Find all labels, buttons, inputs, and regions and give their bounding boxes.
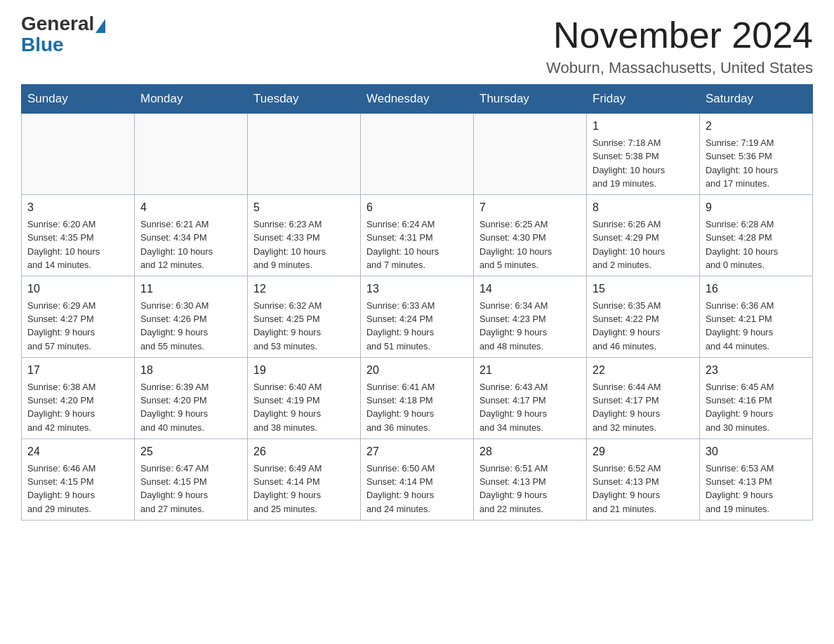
week-row-1: 1Sunrise: 7:18 AM Sunset: 5:38 PM Daylig… bbox=[22, 114, 813, 195]
calendar-title-area: November 2024 Woburn, Massachusetts, Uni… bbox=[546, 14, 813, 77]
day-number: 11 bbox=[140, 281, 241, 297]
logo-blue-text: Blue bbox=[21, 34, 64, 56]
calendar-cell: 21Sunrise: 6:43 AM Sunset: 4:17 PM Dayli… bbox=[474, 357, 587, 438]
day-info: Sunrise: 6:32 AM Sunset: 4:25 PM Dayligh… bbox=[253, 299, 355, 353]
day-info: Sunrise: 6:20 AM Sunset: 4:35 PM Dayligh… bbox=[27, 217, 128, 271]
logo-triangle-icon bbox=[95, 19, 105, 33]
calendar-cell: 14Sunrise: 6:34 AM Sunset: 4:23 PM Dayli… bbox=[474, 276, 587, 357]
day-number: 30 bbox=[706, 443, 807, 459]
calendar-cell: 2Sunrise: 7:19 AM Sunset: 5:36 PM Daylig… bbox=[700, 114, 813, 195]
weekday-header-friday: Friday bbox=[587, 85, 700, 114]
day-info: Sunrise: 6:26 AM Sunset: 4:29 PM Dayligh… bbox=[593, 217, 694, 271]
calendar-cell: 1Sunrise: 7:18 AM Sunset: 5:38 PM Daylig… bbox=[587, 114, 700, 195]
day-number: 4 bbox=[140, 199, 241, 215]
day-number: 28 bbox=[479, 443, 581, 459]
location-title: Woburn, Massachusetts, United States bbox=[546, 59, 813, 77]
day-info: Sunrise: 6:44 AM Sunset: 4:17 PM Dayligh… bbox=[593, 380, 694, 434]
logo-general-text: General bbox=[21, 14, 94, 34]
day-number: 26 bbox=[253, 443, 355, 459]
day-info: Sunrise: 6:24 AM Sunset: 4:31 PM Dayligh… bbox=[366, 217, 468, 271]
day-info: Sunrise: 6:45 AM Sunset: 4:16 PM Dayligh… bbox=[706, 380, 807, 434]
calendar-cell: 8Sunrise: 6:26 AM Sunset: 4:29 PM Daylig… bbox=[587, 194, 700, 276]
day-info: Sunrise: 6:40 AM Sunset: 4:19 PM Dayligh… bbox=[253, 380, 355, 434]
calendar-cell: 3Sunrise: 6:20 AM Sunset: 4:35 PM Daylig… bbox=[22, 194, 135, 276]
calendar-cell bbox=[248, 114, 361, 195]
calendar-cell: 13Sunrise: 6:33 AM Sunset: 4:24 PM Dayli… bbox=[361, 276, 474, 357]
day-info: Sunrise: 6:41 AM Sunset: 4:18 PM Dayligh… bbox=[366, 380, 468, 434]
day-info: Sunrise: 6:53 AM Sunset: 4:13 PM Dayligh… bbox=[706, 462, 807, 516]
calendar-cell bbox=[474, 114, 587, 195]
calendar-cell bbox=[135, 114, 248, 195]
day-number: 24 bbox=[27, 443, 128, 459]
calendar-cell: 28Sunrise: 6:51 AM Sunset: 4:13 PM Dayli… bbox=[474, 438, 587, 520]
day-number: 12 bbox=[253, 281, 355, 297]
day-info: Sunrise: 6:28 AM Sunset: 4:28 PM Dayligh… bbox=[706, 217, 807, 271]
calendar-cell: 11Sunrise: 6:30 AM Sunset: 4:26 PM Dayli… bbox=[135, 276, 248, 357]
calendar-cell: 26Sunrise: 6:49 AM Sunset: 4:14 PM Dayli… bbox=[248, 438, 361, 520]
day-info: Sunrise: 6:47 AM Sunset: 4:15 PM Dayligh… bbox=[140, 462, 241, 516]
day-number: 7 bbox=[479, 199, 581, 215]
week-row-4: 17Sunrise: 6:38 AM Sunset: 4:20 PM Dayli… bbox=[22, 357, 813, 438]
week-row-3: 10Sunrise: 6:29 AM Sunset: 4:27 PM Dayli… bbox=[22, 276, 813, 357]
day-number: 1 bbox=[593, 118, 694, 134]
day-info: Sunrise: 6:49 AM Sunset: 4:14 PM Dayligh… bbox=[253, 462, 355, 516]
day-number: 5 bbox=[253, 199, 355, 215]
day-info: Sunrise: 6:29 AM Sunset: 4:27 PM Dayligh… bbox=[27, 299, 128, 353]
weekday-header-tuesday: Tuesday bbox=[248, 85, 361, 114]
day-info: Sunrise: 6:36 AM Sunset: 4:21 PM Dayligh… bbox=[706, 299, 807, 353]
day-number: 13 bbox=[366, 281, 468, 297]
day-number: 17 bbox=[27, 362, 128, 378]
calendar-cell: 5Sunrise: 6:23 AM Sunset: 4:33 PM Daylig… bbox=[248, 194, 361, 276]
calendar-cell: 4Sunrise: 6:21 AM Sunset: 4:34 PM Daylig… bbox=[135, 194, 248, 276]
day-info: Sunrise: 6:51 AM Sunset: 4:13 PM Dayligh… bbox=[479, 462, 581, 516]
calendar-cell bbox=[22, 114, 135, 195]
calendar-cell: 6Sunrise: 6:24 AM Sunset: 4:31 PM Daylig… bbox=[361, 194, 474, 276]
day-info: Sunrise: 6:39 AM Sunset: 4:20 PM Dayligh… bbox=[140, 380, 241, 434]
calendar-cell: 24Sunrise: 6:46 AM Sunset: 4:15 PM Dayli… bbox=[22, 438, 135, 520]
day-info: Sunrise: 6:35 AM Sunset: 4:22 PM Dayligh… bbox=[593, 299, 694, 353]
day-info: Sunrise: 7:19 AM Sunset: 5:36 PM Dayligh… bbox=[706, 136, 807, 190]
day-info: Sunrise: 7:18 AM Sunset: 5:38 PM Dayligh… bbox=[593, 136, 694, 190]
day-number: 15 bbox=[593, 281, 694, 297]
calendar-cell: 30Sunrise: 6:53 AM Sunset: 4:13 PM Dayli… bbox=[700, 438, 813, 520]
day-number: 14 bbox=[479, 281, 581, 297]
weekday-header-thursday: Thursday bbox=[474, 85, 587, 114]
day-number: 29 bbox=[593, 443, 694, 459]
day-number: 3 bbox=[27, 199, 128, 215]
day-info: Sunrise: 6:33 AM Sunset: 4:24 PM Dayligh… bbox=[366, 299, 468, 353]
calendar-cell: 16Sunrise: 6:36 AM Sunset: 4:21 PM Dayli… bbox=[700, 276, 813, 357]
day-number: 27 bbox=[366, 443, 468, 459]
day-number: 9 bbox=[706, 199, 807, 215]
day-info: Sunrise: 6:30 AM Sunset: 4:26 PM Dayligh… bbox=[140, 299, 241, 353]
day-info: Sunrise: 6:43 AM Sunset: 4:17 PM Dayligh… bbox=[479, 380, 581, 434]
day-number: 2 bbox=[706, 118, 807, 134]
calendar-cell bbox=[361, 114, 474, 195]
day-info: Sunrise: 6:34 AM Sunset: 4:23 PM Dayligh… bbox=[479, 299, 581, 353]
calendar-cell: 20Sunrise: 6:41 AM Sunset: 4:18 PM Dayli… bbox=[361, 357, 474, 438]
calendar-cell: 10Sunrise: 6:29 AM Sunset: 4:27 PM Dayli… bbox=[22, 276, 135, 357]
calendar-cell: 29Sunrise: 6:52 AM Sunset: 4:13 PM Dayli… bbox=[587, 438, 700, 520]
day-number: 20 bbox=[366, 362, 468, 378]
day-number: 16 bbox=[706, 281, 807, 297]
calendar-cell: 9Sunrise: 6:28 AM Sunset: 4:28 PM Daylig… bbox=[700, 194, 813, 276]
day-number: 6 bbox=[366, 199, 468, 215]
day-number: 23 bbox=[706, 362, 807, 378]
calendar-table: SundayMondayTuesdayWednesdayThursdayFrid… bbox=[21, 84, 813, 521]
month-title: November 2024 bbox=[546, 14, 813, 56]
calendar-cell: 22Sunrise: 6:44 AM Sunset: 4:17 PM Dayli… bbox=[587, 357, 700, 438]
week-row-5: 24Sunrise: 6:46 AM Sunset: 4:15 PM Dayli… bbox=[22, 438, 813, 520]
day-number: 18 bbox=[140, 362, 241, 378]
day-info: Sunrise: 6:23 AM Sunset: 4:33 PM Dayligh… bbox=[253, 217, 355, 271]
weekday-header-sunday: Sunday bbox=[22, 85, 135, 114]
calendar-cell: 12Sunrise: 6:32 AM Sunset: 4:25 PM Dayli… bbox=[248, 276, 361, 357]
day-number: 25 bbox=[140, 443, 241, 459]
day-number: 10 bbox=[27, 281, 128, 297]
day-info: Sunrise: 6:52 AM Sunset: 4:13 PM Dayligh… bbox=[593, 462, 694, 516]
calendar-cell: 27Sunrise: 6:50 AM Sunset: 4:14 PM Dayli… bbox=[361, 438, 474, 520]
calendar-cell: 7Sunrise: 6:25 AM Sunset: 4:30 PM Daylig… bbox=[474, 194, 587, 276]
day-number: 22 bbox=[593, 362, 694, 378]
calendar-cell: 18Sunrise: 6:39 AM Sunset: 4:20 PM Dayli… bbox=[135, 357, 248, 438]
day-number: 19 bbox=[253, 362, 355, 378]
day-info: Sunrise: 6:38 AM Sunset: 4:20 PM Dayligh… bbox=[27, 380, 128, 434]
page-header: General Blue November 2024 Woburn, Massa… bbox=[21, 14, 813, 77]
